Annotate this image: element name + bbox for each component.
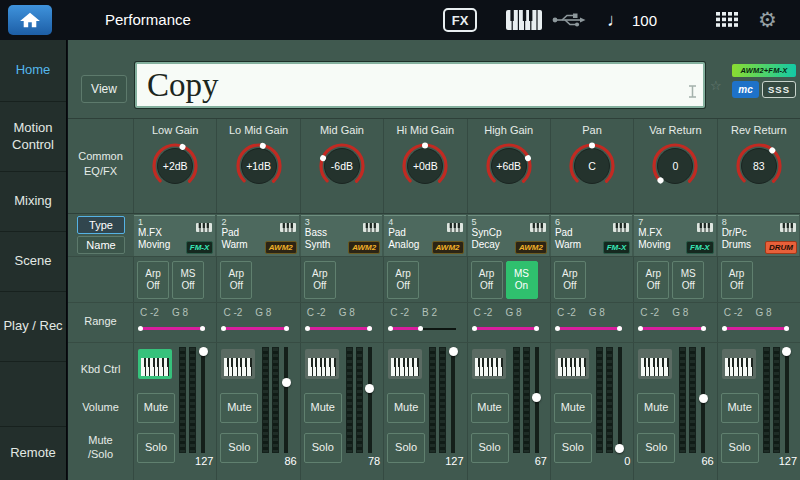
fader-handle[interactable] (699, 394, 708, 403)
note-range-slider[interactable] (639, 326, 705, 331)
kbd-ctrl-toggle[interactable] (388, 349, 422, 379)
arp-toggle-button[interactable]: Arp Off (220, 261, 252, 299)
fader-handle[interactable] (532, 393, 541, 402)
range-handle-high[interactable] (617, 326, 622, 331)
solo-button[interactable]: Solo (554, 433, 592, 463)
range-handle-high[interactable] (367, 326, 372, 331)
view-button[interactable]: View (81, 75, 127, 103)
solo-button[interactable]: Solo (387, 433, 425, 463)
volume-fader[interactable] (201, 347, 205, 453)
tempo-display[interactable]: ♩ 100 (607, 0, 657, 40)
keyboard-icon[interactable] (505, 9, 543, 35)
knob-var-return[interactable]: 0 (649, 140, 701, 192)
part-slot-2[interactable]: 2 Pad Warm AWM2 (217, 215, 298, 256)
range-handle-high[interactable] (784, 326, 789, 331)
motion-seq-toggle-button[interactable]: MS Off (672, 261, 704, 299)
knob-rev-return[interactable]: 83 (733, 140, 785, 192)
note-range-slider[interactable] (723, 326, 789, 331)
kbd-ctrl-toggle[interactable] (722, 349, 756, 379)
part-slot-7[interactable]: 7 M.FX Moving FM-X (634, 215, 715, 256)
range-handle-low[interactable] (221, 326, 226, 331)
part-slot-5[interactable]: 5 SynCp Decay AWM2 (468, 215, 549, 256)
range-handle-high[interactable] (701, 326, 706, 331)
home-button[interactable] (8, 5, 52, 35)
range-handle-high[interactable] (418, 326, 423, 331)
name-button[interactable]: Name (77, 236, 125, 254)
range-handle-low[interactable] (388, 326, 393, 331)
part-slot-6[interactable]: 6 Pad Warm FM-X (551, 215, 632, 256)
knob-high-gain[interactable]: +6dB (483, 140, 535, 192)
range-handle-low[interactable] (138, 326, 143, 331)
mute-button[interactable]: Mute (387, 393, 425, 423)
volume-fader[interactable] (618, 347, 622, 453)
knob-lo-mid-gain[interactable]: +1dB (233, 140, 285, 192)
volume-fader[interactable] (368, 347, 372, 453)
range-handle-low[interactable] (555, 326, 560, 331)
favorite-star-icon[interactable]: ☆ (710, 78, 722, 93)
note-range-slider[interactable] (556, 326, 622, 331)
mute-button[interactable]: Mute (220, 393, 258, 423)
solo-button[interactable]: Solo (721, 433, 759, 463)
part-slot-8[interactable]: 8 Dr/Pc Drums DRUM (718, 215, 799, 256)
range-handle-high[interactable] (534, 326, 539, 331)
arp-toggle-button[interactable]: Arp Off (471, 261, 503, 299)
mute-button[interactable]: Mute (304, 393, 342, 423)
arp-toggle-button[interactable]: Arp Off (637, 261, 669, 299)
arp-toggle-button[interactable]: Arp Off (387, 261, 419, 299)
part-slot-3[interactable]: 3 Bass Synth AWM2 (301, 215, 382, 256)
volume-fader[interactable] (535, 347, 539, 453)
volume-fader[interactable] (701, 347, 705, 453)
knob-low-gain[interactable]: +2dB (149, 140, 201, 192)
kbd-ctrl-toggle[interactable] (555, 349, 589, 379)
range-handle-high[interactable] (200, 326, 205, 331)
note-range-slider[interactable] (306, 326, 372, 331)
range-handle-low[interactable] (638, 326, 643, 331)
sidebar-item-home[interactable]: Home (0, 40, 66, 102)
range-handle-low[interactable] (472, 326, 477, 331)
part-slot-4[interactable]: 4 Pad Analog AWM2 (384, 215, 465, 256)
mute-button[interactable]: Mute (721, 393, 759, 423)
fader-handle[interactable] (615, 444, 624, 453)
sidebar-item-mixing[interactable]: Mixing (0, 172, 66, 232)
mute-button[interactable]: Mute (137, 393, 175, 423)
settings-gear-icon[interactable]: ⚙ (758, 7, 777, 33)
volume-fader[interactable] (451, 347, 455, 453)
note-range-slider[interactable] (389, 326, 455, 331)
note-range-slider[interactable] (473, 326, 539, 331)
quick-setup-grid-icon[interactable] (716, 12, 739, 31)
arp-toggle-button[interactable]: Arp Off (554, 261, 586, 299)
mute-button[interactable]: Mute (471, 393, 509, 423)
motion-seq-toggle-button[interactable]: MS On (506, 261, 538, 299)
fader-handle[interactable] (282, 378, 291, 387)
performance-name-box[interactable]: Copy (135, 62, 705, 108)
fader-handle[interactable] (782, 347, 791, 356)
kbd-ctrl-toggle[interactable] (472, 349, 506, 379)
solo-button[interactable]: Solo (471, 433, 509, 463)
arp-toggle-button[interactable]: Arp Off (137, 261, 169, 299)
arp-toggle-button[interactable]: Arp Off (721, 261, 753, 299)
knob-hi-mid-gain[interactable]: +0dB (399, 140, 451, 192)
solo-button[interactable]: Solo (220, 433, 258, 463)
solo-button[interactable]: Solo (137, 433, 175, 463)
motion-seq-toggle-button[interactable]: MS Off (172, 261, 204, 299)
range-handle-high[interactable] (284, 326, 289, 331)
fader-handle[interactable] (365, 384, 374, 393)
part-slot-1[interactable]: 1 M.FX Moving FM-X (134, 215, 215, 256)
type-button[interactable]: Type (77, 216, 125, 234)
fader-handle[interactable] (449, 347, 458, 356)
note-range-slider[interactable] (222, 326, 288, 331)
kbd-ctrl-toggle[interactable] (138, 349, 172, 379)
fx-indicator[interactable]: FX (443, 8, 477, 32)
volume-fader[interactable] (284, 347, 288, 453)
knob-pan[interactable]: C (566, 140, 618, 192)
sidebar-item-remote[interactable]: Remote (0, 426, 66, 480)
range-handle-low[interactable] (305, 326, 310, 331)
solo-button[interactable]: Solo (637, 433, 675, 463)
mute-button[interactable]: Mute (637, 393, 675, 423)
fader-handle[interactable] (199, 347, 208, 356)
range-handle-low[interactable] (722, 326, 727, 331)
note-range-slider[interactable] (139, 326, 205, 331)
mute-button[interactable]: Mute (554, 393, 592, 423)
kbd-ctrl-toggle[interactable] (638, 349, 672, 379)
solo-button[interactable]: Solo (304, 433, 342, 463)
